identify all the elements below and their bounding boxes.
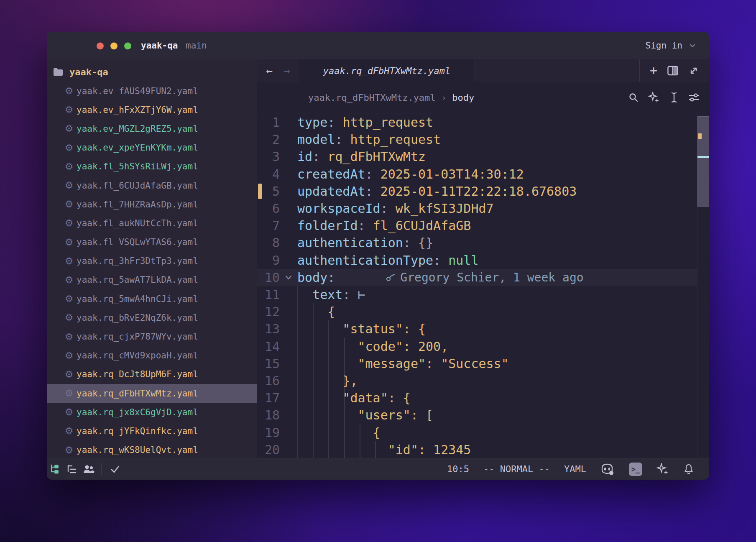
line-number: 19 [257, 425, 280, 440]
language-selector[interactable]: YAML [564, 464, 586, 474]
fold-chevron-down-icon[interactable] [280, 273, 297, 282]
split-pane-icon[interactable] [667, 66, 678, 76]
editor-toolbar: yaak.rq_dFbHTXwMtz.yaml › body [257, 82, 709, 113]
code-text: folderId: fl_6CUJdAfaGB [297, 218, 471, 233]
breadcrumb[interactable]: yaak.rq_dFbHTXwMtz.yaml › body [264, 82, 474, 113]
line-number: 8 [257, 235, 280, 250]
project-root-row[interactable]: yaak-qa [47, 64, 257, 80]
file-list-item[interactable]: ⚙yaak.rq_jx8xC6gVjD.yaml [47, 403, 257, 422]
file-list-item[interactable]: ⚙yaak.fl_aukNUtCcTh.yaml [47, 214, 257, 233]
file-list-item[interactable]: ⚙yaak.ev_hFxXZTjY6W.yaml [47, 100, 257, 119]
title-bar[interactable]: yaak-qa main Sign in [47, 32, 709, 59]
file-list-item[interactable]: ⚙yaak.rq_5awAT7LkDA.yaml [47, 271, 257, 289]
code-line[interactable]: 1type: http_request [257, 114, 697, 131]
code-line[interactable]: 2model: http_request [257, 131, 697, 148]
file-name: yaak.ev_fAUS49FUN2.yaml [77, 86, 198, 96]
notifications-bell-icon[interactable] [683, 463, 694, 475]
zoom-window-button[interactable] [124, 42, 131, 49]
code-text: type: http_request [297, 115, 433, 130]
file-list-item[interactable]: ⚙yaak.rq_jYFkQinfkc.yaml [47, 422, 257, 440]
code-line[interactable]: 16 }, [257, 372, 697, 389]
file-list-item[interactable]: ⚙yaak.rq_3hFr3DtTp3.yaml [47, 252, 257, 271]
file-list-item[interactable]: ⚙yaak.rq_cMVd9xpoaH.yaml [47, 346, 257, 365]
file-name: yaak.rq_bRvE2NqZ6k.yaml [77, 313, 198, 323]
code-line[interactable]: 11 text: ⊢ [257, 286, 697, 303]
code-line[interactable]: 14 "code": 200, [257, 338, 697, 355]
cursor-position[interactable]: 10:5 [447, 464, 469, 474]
file-list-item[interactable]: ⚙yaak.fl_7HHZRaAsDp.yaml [47, 195, 257, 214]
code-line[interactable]: 7folderId: fl_6CUJdAfaGB [257, 217, 697, 234]
ai-sparkles-icon[interactable] [648, 92, 660, 103]
code-line[interactable]: 6workspaceId: wk_kfSI3JDHd7 [257, 200, 697, 217]
file-list-item[interactable]: ⚙yaak.rq_bRvE2NqZ6k.yaml [47, 308, 257, 327]
minimize-window-button[interactable] [110, 42, 117, 49]
file-list-item[interactable]: ⚙yaak.ev_fAUS49FUN2.yaml [47, 82, 257, 100]
status-left-icons [47, 458, 123, 480]
line-number: 18 [257, 408, 280, 422]
search-icon[interactable] [628, 92, 639, 103]
editor-settings-icon[interactable] [688, 92, 700, 103]
file-name: yaak.rq_cMVd9xpoaH.yaml [77, 350, 198, 360]
code-line[interactable]: 8authentication: {} [257, 234, 697, 251]
gear-file-icon: ⚙ [64, 275, 74, 285]
file-name: yaak.rq_jYFkQinfkc.yaml [77, 426, 198, 436]
line-number: 13 [257, 322, 280, 336]
project-panel: yaak-qa ⚙yaak.ev_fAUS49FUN2.yaml⚙yaak.ev… [47, 59, 257, 458]
navigate-back-button[interactable]: ← [266, 64, 273, 77]
git-commit-icon [385, 272, 395, 282]
file-list: ⚙yaak.ev_fAUS49FUN2.yaml⚙yaak.ev_hFxXZTj… [47, 82, 257, 458]
file-name: yaak.rq_3hFr3DtTp3.yaml [77, 256, 198, 266]
code-line[interactable]: 19 { [257, 424, 697, 441]
code-line[interactable]: 17 "data": { [257, 389, 697, 406]
code-line[interactable]: 3id: rq_dFbHTXwMtz [257, 148, 697, 165]
collaboration-panel-toggle-icon[interactable] [80, 464, 97, 475]
file-list-item[interactable]: ⚙yaak.fl_6CUJdAfaGB.yaml [47, 176, 257, 195]
scrollbar-thumb[interactable] [697, 116, 709, 207]
line-number: 14 [257, 339, 280, 354]
code-editor[interactable]: 1type: http_request2model: http_request3… [257, 113, 709, 458]
code-line[interactable]: 12 { [257, 303, 697, 320]
file-name: yaak.ev_xpeYEnKYKm.yaml [77, 143, 198, 153]
code-line[interactable]: 10body:Gregory Schier, 1 week ago [257, 269, 697, 286]
code-line[interactable]: 20 "id": 12345 [257, 441, 697, 458]
code-text: model: http_request [297, 132, 441, 147]
line-number: 15 [257, 356, 280, 371]
code-line[interactable]: 5updatedAt: 2025-01-11T22:22:18.676803 [257, 183, 697, 200]
sign-in-button[interactable]: Sign in [645, 32, 697, 59]
file-list-item[interactable]: ⚙yaak.rq_cjxP787WYv.yaml [47, 327, 257, 346]
gear-file-icon: ⚙ [64, 256, 74, 266]
tab-label: yaak.rq_dFbHTXwMtz.yaml [323, 66, 451, 76]
code-line[interactable]: 15 "message": "Success" [257, 355, 697, 372]
file-name: yaak.fl_5hSYsRiLWj.yaml [77, 161, 198, 171]
diagnostics-check-icon[interactable] [107, 464, 123, 475]
file-list-item[interactable]: ⚙yaak.rq_5mwA4hnCJi.yaml [47, 289, 257, 308]
file-name: yaak.rq_cjxP787WYv.yaml [77, 332, 198, 342]
copilot-icon[interactable] [600, 463, 615, 476]
code-line[interactable]: 4createdAt: 2025-01-03T14:30:12 [257, 166, 697, 183]
terminal-toggle-icon[interactable]: >_ [629, 463, 642, 476]
file-list-item[interactable]: ⚙yaak.ev_MGZL2gREZ5.yaml [47, 119, 257, 138]
file-list-item[interactable]: ⚙yaak.rq_dFbHTXwMtz.yaml [47, 384, 257, 403]
breadcrumb-separator: › [436, 92, 452, 103]
expand-pane-icon[interactable] [688, 65, 699, 76]
file-list-item[interactable]: ⚙yaak.fl_VSQLwYTAS6.yaml [47, 233, 257, 252]
file-list-item[interactable]: ⚙yaak.ev_xpeYEnKYKm.yaml [47, 138, 257, 157]
project-panel-toggle-icon[interactable] [47, 464, 64, 475]
outline-panel-toggle-icon[interactable] [64, 464, 80, 475]
scrollbar-git-marker [698, 133, 702, 139]
file-list-item[interactable]: ⚙yaak.rq_DcJt8UpM6F.yaml [47, 365, 257, 384]
code-line[interactable]: 13 "status": { [257, 320, 697, 337]
assistant-sparkles-icon[interactable] [656, 463, 669, 476]
git-blame-annotation[interactable]: Gregory Schier, 1 week ago [385, 271, 583, 284]
code-line[interactable]: 9authenticationType: null [257, 252, 697, 269]
tab-active[interactable]: yaak.rq_dFbHTXwMtz.yaml [299, 59, 475, 82]
breadcrumb-section: body [452, 92, 474, 103]
file-list-item[interactable]: ⚙yaak.fl_5hSYsRiLWj.yaml [47, 157, 257, 176]
new-tab-button[interactable]: + [650, 64, 657, 77]
file-list-item[interactable]: ⚙yaak.rq_wKS8UelQvt.yaml [47, 441, 257, 458]
close-window-button[interactable] [97, 42, 104, 49]
text-cursor-icon[interactable] [669, 92, 679, 103]
code-line[interactable]: 18 "users": [ [257, 406, 697, 424]
navigate-forward-button[interactable]: → [284, 64, 290, 77]
editor-scrollbar[interactable] [697, 113, 709, 458]
